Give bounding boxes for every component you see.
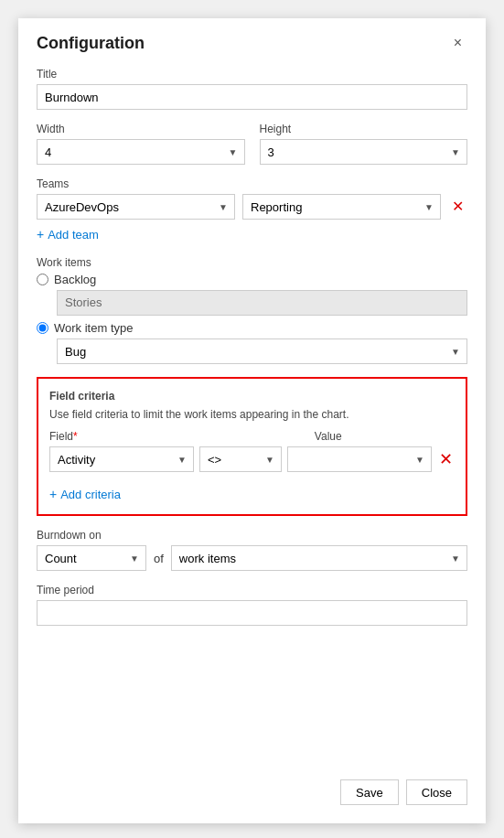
- dialog-footer: Save Close: [37, 768, 467, 805]
- value-header-label: Value: [315, 430, 455, 443]
- work-item-type-radio-text: Work item type: [54, 321, 133, 335]
- remove-team2-button[interactable]: ✕: [448, 199, 467, 214]
- configuration-dialog: Configuration × Title Width 123456 ▼ Hei…: [18, 18, 486, 823]
- burndown-on-label: Burndown on: [37, 529, 467, 542]
- team2-select-wrapper: ReportingTeam ATeam B ▼: [242, 194, 441, 220]
- team2-select[interactable]: ReportingTeam ATeam B: [242, 194, 441, 220]
- time-period-label: Time period: [37, 584, 467, 596]
- backlog-radio[interactable]: [37, 274, 48, 285]
- title-section: Title: [37, 68, 467, 110]
- teams-section: Teams AzureDevOpsTeam BTeam C ▼ Reportin…: [37, 177, 467, 243]
- add-criteria-label: Add criteria: [60, 488, 121, 501]
- width-select[interactable]: 123456: [37, 139, 245, 165]
- backlog-value-display: Stories: [57, 290, 467, 316]
- height-select[interactable]: 123456: [260, 139, 468, 165]
- dialog-header: Configuration ×: [37, 33, 467, 53]
- width-select-wrapper: 123456 ▼: [37, 139, 245, 165]
- burndown-on-row: CountSum ▼ of work itemsStory PointsEffo…: [37, 545, 467, 571]
- field-criteria-description: Use field criteria to limit the work ite…: [49, 408, 455, 421]
- add-team-label: Add team: [48, 228, 99, 242]
- title-label: Title: [37, 68, 467, 81]
- criteria-value-select-wrapper: ▼: [287, 446, 432, 472]
- work-item-type-select[interactable]: BugEpicFeatureUser StoryTask: [57, 338, 467, 364]
- team1-select-wrapper: AzureDevOpsTeam BTeam C ▼: [37, 194, 235, 220]
- work-items-section: Work items Backlog Stories Work item typ…: [37, 256, 467, 364]
- close-button[interactable]: Close: [406, 779, 467, 805]
- width-section: Width 123456 ▼: [37, 123, 245, 165]
- burndown-count-select[interactable]: CountSum: [37, 545, 146, 571]
- field-criteria-title: Field criteria: [49, 390, 455, 403]
- teams-row: AzureDevOpsTeam BTeam C ▼ ReportingTeam …: [37, 194, 467, 220]
- add-criteria-plus-icon: +: [49, 487, 57, 501]
- height-label: Height: [260, 123, 468, 135]
- save-button[interactable]: Save: [340, 779, 399, 805]
- work-item-type-radio[interactable]: [37, 322, 48, 334]
- add-team-plus-icon: +: [37, 227, 44, 242]
- criteria-field-select-wrapper: ActivityAreaAssigned ToStateTags ▼: [49, 446, 194, 472]
- criteria-row: ActivityAreaAssigned ToStateTags ▼ =<><>…: [49, 446, 455, 472]
- of-label: of: [154, 552, 164, 565]
- team1-select[interactable]: AzureDevOpsTeam BTeam C: [37, 194, 235, 220]
- time-period-input[interactable]: [37, 600, 467, 626]
- width-label: Width: [37, 123, 245, 135]
- burndown-items-select-wrapper: work itemsStory PointsEffortRemaining Wo…: [171, 545, 467, 571]
- criteria-fields-header: Field* Value: [49, 430, 455, 443]
- delete-criteria-button[interactable]: ✕: [437, 451, 455, 467]
- field-header-label: Field*: [49, 430, 78, 443]
- height-section: Height 123456 ▼: [260, 123, 468, 165]
- work-item-type-select-wrapper: BugEpicFeatureUser StoryTask ▼: [57, 338, 467, 364]
- close-icon-button[interactable]: ×: [448, 33, 467, 53]
- add-team-button[interactable]: + Add team: [37, 225, 99, 243]
- burndown-items-select[interactable]: work itemsStory PointsEffortRemaining Wo…: [171, 545, 467, 571]
- backlog-radio-label[interactable]: Backlog: [37, 273, 467, 286]
- dialog-title: Configuration: [37, 34, 145, 53]
- criteria-operator-select-wrapper: =<><> ▼: [199, 446, 282, 472]
- title-input[interactable]: [37, 84, 467, 110]
- height-select-wrapper: 123456 ▼: [260, 139, 468, 165]
- criteria-value-select[interactable]: [287, 446, 432, 472]
- teams-label: Teams: [37, 177, 467, 190]
- req-star: *: [73, 430, 78, 443]
- add-criteria-button[interactable]: + Add criteria: [49, 485, 121, 503]
- criteria-operator-select[interactable]: =<><>: [199, 446, 282, 472]
- criteria-field-select[interactable]: ActivityAreaAssigned ToStateTags: [49, 446, 194, 472]
- time-period-section: Time period: [37, 584, 467, 626]
- width-height-section: Width 123456 ▼ Height 123456 ▼: [37, 123, 467, 165]
- work-items-label: Work items: [37, 256, 467, 269]
- field-criteria-section: Field criteria Use field criteria to lim…: [37, 377, 467, 516]
- burndown-count-select-wrapper: CountSum ▼: [37, 545, 146, 571]
- work-item-type-radio-label[interactable]: Work item type: [37, 321, 467, 335]
- burndown-on-section: Burndown on CountSum ▼ of work itemsStor…: [37, 529, 467, 571]
- backlog-radio-text: Backlog: [54, 273, 96, 286]
